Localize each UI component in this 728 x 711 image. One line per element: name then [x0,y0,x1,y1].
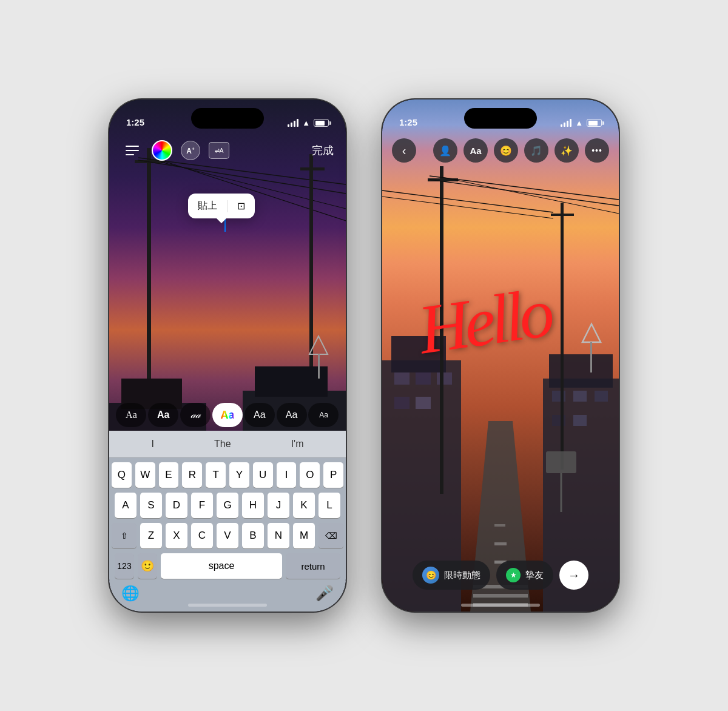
story-label: 限時動態 [444,570,480,581]
key-d[interactable]: D [166,493,187,518]
key-z[interactable]: Z [140,523,162,548]
wifi-icon: ▲ [302,118,310,127]
font-option-2[interactable]: Aa [148,403,178,427]
key-l[interactable]: L [318,493,340,518]
battery-icon-p2 [587,119,602,127]
globe-icon[interactable]: 🌐 [121,585,140,602]
key-h[interactable]: H [242,493,264,518]
person-sticker-button[interactable]: 👤 [433,138,457,163]
key-row-3: ⇧ Z X C V B N M ⌫ [112,523,343,548]
shift-key[interactable]: ⇧ [112,523,136,548]
close-friends-icon: ★ [506,568,521,582]
paste-option[interactable]: 貼上 [198,200,217,212]
key-n[interactable]: N [268,523,289,548]
next-button[interactable]: → [559,561,588,590]
phone-1-screen: 1:25 ▲ A+ [109,99,346,612]
suggestion-im[interactable]: I'm [281,436,314,452]
key-k[interactable]: K [293,493,315,518]
toolbar-phone1: A+ ⇌A 完成 [109,132,346,169]
keyboard-rows: Q W E R T Y U I O P A S D F G [109,457,346,581]
key-row-2: A S D F G H J K L [112,493,343,518]
suggestion-i[interactable]: I [142,436,164,452]
translate-button[interactable]: ⇌A [209,142,229,159]
hamburger-button[interactable] [121,140,143,161]
key-a[interactable]: A [115,493,136,518]
music-icon: 🎵 [530,145,542,157]
sparkle-icon: ✨ [561,145,573,157]
key-x[interactable]: X [166,523,187,548]
scan-icon: ⊡ [237,200,245,212]
key-b[interactable]: B [242,523,264,548]
music-button[interactable]: 🎵 [524,138,548,163]
signal-icon [288,119,298,127]
mic-icon[interactable]: 🎤 [315,585,334,602]
story-button[interactable]: 😊 限時動態 [413,561,490,590]
return-key[interactable]: return [286,553,340,579]
font-option-5[interactable]: Aa [244,403,275,427]
toolbar-left: A+ ⇌A [121,140,229,161]
dynamic-island-phone2 [464,108,537,129]
key-m[interactable]: M [293,523,315,548]
back-chevron-icon: ‹ [402,144,406,158]
keyboard-suggestions: I The I'm [109,431,346,457]
delete-key[interactable]: ⌫ [318,523,343,548]
suggestion-the[interactable]: The [204,436,241,452]
keyboard: I The I'm Q W E R T Y U I O P [109,431,346,612]
key-i[interactable]: I [277,462,297,488]
space-key[interactable]: space [161,553,282,579]
key-q[interactable]: Q [112,462,132,488]
key-e[interactable]: E [159,462,179,488]
sparkle-button[interactable]: ✨ [554,138,579,163]
font-option-6[interactable]: Aa [277,403,307,427]
font-size-button[interactable]: A+ [181,141,200,160]
wifi-icon-p2: ▲ [575,118,583,127]
numbers-key[interactable]: 123 [115,553,134,579]
key-t[interactable]: T [206,462,226,488]
key-v[interactable]: V [217,523,238,548]
context-menu: 貼上 ⊡ [188,194,255,218]
hamburger-icon [126,146,139,155]
toolbar-icons-right: 👤 Aa 😊 🎵 ✨ ••• [433,138,609,163]
text-button[interactable]: Aa [463,138,488,163]
back-button[interactable]: ‹ [392,138,416,163]
key-o[interactable]: O [300,462,320,488]
close-friends-button[interactable]: ★ 摯友 [496,561,553,590]
done-button[interactable]: 完成 [312,143,334,158]
key-s[interactable]: S [140,493,162,518]
close-friends-label: 摯友 [525,570,544,581]
battery-icon [314,119,329,127]
key-u[interactable]: U [253,462,273,488]
key-p[interactable]: P [323,462,343,488]
face-sticker-button[interactable]: 😊 [494,138,518,163]
signal-icon-p2 [561,119,571,127]
phone-2-screen: 1:25 ▲ ‹ 👤 Aa [382,99,619,612]
key-row-4: 123 🙂 space return [112,553,343,579]
key-y[interactable]: Y [229,462,249,488]
key-j[interactable]: J [268,493,289,518]
key-g[interactable]: G [217,493,238,518]
emoji-key[interactable]: 🙂 [138,553,157,579]
menu-divider [227,200,228,212]
status-indicators-p2: ▲ [561,118,602,127]
keyboard-bottom-row: 🌐 🎤 [109,581,346,612]
home-indicator-phone2 [461,604,540,607]
font-selector-row: Aa Aa 𝒶𝒶 Aa Aa Aa Aa [109,397,346,433]
more-button[interactable]: ••• [585,138,609,163]
font-option-3[interactable]: 𝒶𝒶 [180,403,211,427]
status-indicators: ▲ [288,118,329,127]
more-dots-icon: ••• [592,146,602,155]
key-c[interactable]: C [191,523,213,548]
translate-option[interactable]: ⊡ [237,200,245,212]
font-option-7[interactable]: Aa [308,403,339,427]
key-f[interactable]: F [191,493,213,518]
key-r[interactable]: R [182,462,202,488]
font-option-1[interactable]: Aa [116,403,146,427]
key-w[interactable]: W [135,462,155,488]
font-option-4-active[interactable]: Aa [212,403,243,427]
story-avatar-icon: 😊 [422,567,439,584]
color-wheel-button[interactable] [152,140,172,161]
phone-1: 1:25 ▲ A+ [109,99,346,612]
bottom-bar-phone2: 😊 限時動態 ★ 摯友 → [382,557,619,593]
person-sticker-icon: 👤 [439,145,451,157]
arrow-right-icon: → [568,568,580,582]
